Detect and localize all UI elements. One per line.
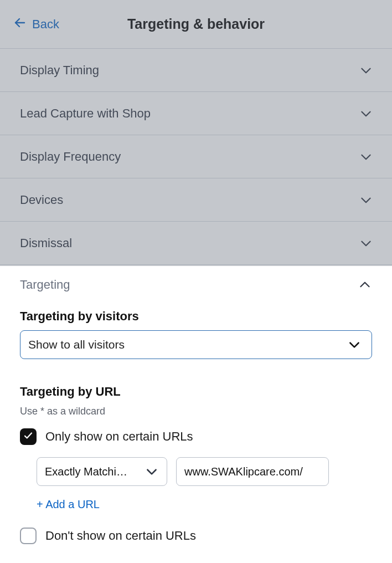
dont-show-label: Don't show on certain URLs	[45, 529, 196, 543]
targeting-panel: Targeting Targeting by visitors Show to …	[0, 265, 392, 563]
accordion-label: Targeting	[20, 278, 70, 292]
only-show-row: Only show on certain URLs	[20, 428, 372, 445]
only-show-checkbox[interactable]	[20, 428, 37, 445]
wildcard-hint: Use * as a wildcard	[20, 406, 372, 417]
accordion-row-display-frequency[interactable]: Display Frequency	[0, 135, 392, 178]
url-rule-editor: Exactly Matchi…	[37, 457, 372, 486]
accordion-label: Lead Capture with Shop	[20, 106, 151, 121]
section-label: Targeting by URL	[20, 385, 372, 399]
check-icon	[23, 431, 33, 443]
arrow-left-icon	[13, 16, 27, 33]
header-bar: Back Targeting & behavior	[0, 0, 392, 49]
targeting-by-visitors-section: Targeting by visitors Show to all visito…	[20, 309, 372, 359]
accordion-label: Display Timing	[20, 63, 99, 78]
add-url-button[interactable]: + Add a URL	[37, 498, 100, 511]
page-title: Targeting & behavior	[127, 16, 265, 32]
dont-show-row: Don't show on certain URLs	[20, 528, 372, 544]
only-show-label: Only show on certain URLs	[45, 429, 193, 444]
chevron-down-icon	[359, 193, 373, 207]
accordion-row-lead-capture[interactable]: Lead Capture with Shop	[0, 92, 392, 135]
chevron-down-icon	[359, 63, 373, 78]
section-label: Targeting by visitors	[20, 309, 372, 324]
accordion-list: Display Timing Lead Capture with Shop Di…	[0, 49, 392, 265]
accordion-row-dismissal[interactable]: Dismissal	[0, 222, 392, 265]
accordion-row-targeting[interactable]: Targeting	[20, 265, 372, 305]
select-value: Exactly Matchi…	[45, 465, 127, 478]
visitors-select[interactable]: Show to all visitors	[20, 330, 372, 359]
dont-show-checkbox[interactable]	[20, 528, 37, 544]
chevron-down-icon	[145, 464, 159, 479]
chevron-down-icon	[359, 150, 373, 164]
url-input-wrap	[176, 457, 329, 486]
accordion-label: Dismissal	[20, 236, 72, 250]
accordion-label: Display Frequency	[20, 150, 121, 164]
chevron-up-icon	[358, 278, 372, 292]
accordion-row-devices[interactable]: Devices	[0, 178, 392, 222]
select-value: Show to all visitors	[28, 338, 125, 351]
match-type-select[interactable]: Exactly Matchi…	[37, 457, 167, 486]
back-button[interactable]: Back	[13, 16, 59, 33]
chevron-down-icon	[359, 106, 373, 121]
targeting-by-url-section: Targeting by URL Use * as a wildcard Onl…	[20, 385, 372, 544]
chevron-down-icon	[347, 337, 362, 352]
accordion-row-display-timing[interactable]: Display Timing	[0, 49, 392, 92]
accordion-label: Devices	[20, 193, 63, 207]
chevron-down-icon	[359, 236, 373, 250]
url-input[interactable]	[184, 465, 321, 478]
back-label: Back	[32, 17, 59, 32]
